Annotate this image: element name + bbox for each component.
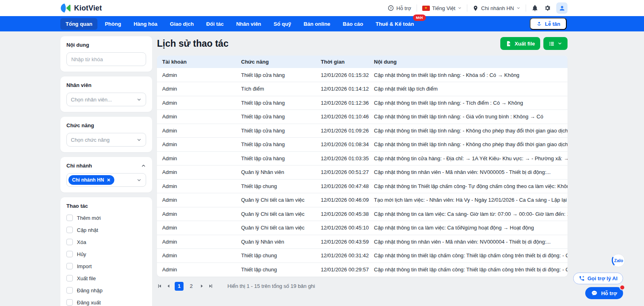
pagination-summary: Hiển thị 1 - 15 trên tổng số 19 bản ghi	[227, 283, 315, 289]
nav-tab-1[interactable]: Phòng	[99, 18, 126, 30]
help-label: Hỗ trợ	[396, 5, 411, 11]
reception-button[interactable]: Lễ tân	[530, 18, 567, 30]
cell-time: 12/01/2026 00:29:57	[316, 263, 369, 277]
checkbox[interactable]	[66, 251, 73, 257]
help-menu[interactable]: ? Hỗ trợ	[388, 5, 411, 11]
notification-dot	[619, 285, 625, 290]
table-row[interactable]: AdminThiết lập cửa hàng12/01/2026 01:10:…	[157, 110, 568, 124]
table-row[interactable]: AdminThiết lập cửa hàng12/01/2026 01:12:…	[157, 96, 568, 110]
table-row[interactable]: AdminThiết lập chung12/01/2026 00:29:57C…	[157, 263, 568, 277]
cell-account: Admin	[157, 96, 236, 110]
language-selector[interactable]: ★ Tiếng Việt	[422, 5, 462, 11]
cell-content: Cập nhật thông tin Thiết lập chấm công- …	[369, 179, 568, 193]
table-row[interactable]: AdminThiết lập cửa hàng12/01/2026 01:08:…	[157, 138, 568, 152]
nav-tab-7[interactable]: Bán online	[298, 18, 335, 30]
nav-tab-5[interactable]: Nhân viên	[231, 18, 266, 30]
cell-function: Thiết lập cửa hàng	[236, 151, 316, 165]
flag-vietnam-icon: ★	[422, 6, 430, 11]
checkbox[interactable]	[66, 215, 73, 221]
table-row[interactable]: AdminTích điểm12/01/2026 01:14:12Cập nhậ…	[157, 82, 568, 96]
checkbox[interactable]	[66, 239, 73, 245]
prev-page-button[interactable]	[166, 283, 171, 289]
view-options-button[interactable]	[543, 37, 568, 50]
action-option-1[interactable]: Cập nhật	[66, 227, 146, 233]
cell-account: Admin	[157, 151, 236, 165]
table-row[interactable]: AdminQuản lý Nhân viên12/01/2026 00:51:2…	[157, 165, 568, 180]
user-avatar[interactable]	[556, 2, 568, 14]
support-button[interactable]: Hỗ trợ	[585, 287, 623, 299]
content-keyword-input[interactable]	[66, 52, 146, 66]
cell-time: 12/01/2026 01:03:35	[316, 151, 369, 165]
first-page-button[interactable]	[157, 283, 162, 289]
action-option-6[interactable]: Đăng nhập	[66, 287, 146, 294]
table-row[interactable]: AdminQuản lý Chi tiết ca làm việc12/01/2…	[157, 221, 568, 235]
divider	[467, 4, 467, 12]
cell-content: Cập nhật thông tin thiết lập tính năng: …	[369, 110, 568, 124]
page-title: Lịch sử thao tác	[157, 38, 229, 49]
action-option-5[interactable]: Xuất file	[66, 275, 146, 281]
table-row[interactable]: AdminThiết lập cửa hàng12/01/2026 01:03:…	[157, 151, 568, 165]
zalo-label: Zalo	[614, 258, 623, 263]
cell-account: Admin	[157, 82, 236, 96]
checkbox-label: Import	[77, 263, 92, 269]
action-option-4[interactable]: Import	[66, 263, 146, 269]
cell-account: Admin	[157, 193, 236, 207]
nav-tab-2[interactable]: Hàng hóa	[128, 18, 163, 30]
employee-select-value: Chọn nhân viên...	[71, 97, 112, 103]
table-row[interactable]: AdminQuản lý Chi tiết ca làm việc12/01/2…	[157, 193, 568, 207]
cell-account: Admin	[157, 165, 236, 180]
cell-function: Thiết lập cửa hàng	[236, 138, 316, 152]
last-page-button[interactable]	[208, 283, 213, 289]
page-button-1[interactable]: 1	[175, 282, 184, 291]
kiotviet-logo[interactable]: KiotViet	[60, 3, 102, 13]
table-row[interactable]: AdminThiết lập cửa hàng12/01/2026 01:09:…	[157, 124, 568, 138]
chevron-down-icon	[136, 97, 142, 102]
export-file-button[interactable]: Xuất file	[500, 37, 540, 50]
settings-button[interactable]	[544, 4, 551, 12]
table-row[interactable]: AdminThiết lập cửa hàng12/01/2026 01:15:…	[157, 68, 568, 82]
chevron-up-icon[interactable]	[141, 163, 146, 168]
main-navigation: Tổng quanPhòngHàng hóaGiao dịchĐối tácNh…	[0, 16, 644, 31]
branch-selector[interactable]: Chi nhánh HN	[473, 5, 520, 11]
function-select[interactable]: Chọn chức năng	[66, 133, 146, 147]
action-option-0[interactable]: Thêm mới	[66, 215, 146, 221]
list-view-icon	[549, 41, 555, 47]
chip-remove-icon[interactable]: ✕	[107, 178, 110, 182]
notifications-button[interactable]	[531, 4, 539, 12]
branch-select[interactable]: Chi nhánh HN ✕	[66, 173, 146, 187]
action-option-2[interactable]: Xóa	[66, 239, 146, 245]
checkbox[interactable]	[66, 287, 73, 294]
checkbox[interactable]	[66, 263, 73, 269]
nav-tab-6[interactable]: Sổ quỹ	[268, 18, 296, 30]
next-page-button[interactable]	[199, 283, 204, 289]
nav-tab-8[interactable]: Báo cáo	[338, 18, 369, 30]
zalo-widget[interactable]: Zalo	[611, 253, 626, 270]
action-option-7[interactable]: Đăng xuất	[66, 299, 146, 306]
nav-tab-3[interactable]: Giao dịch	[165, 18, 199, 30]
nav-tab-9[interactable]: Thuế & Kế toánMới	[370, 18, 419, 30]
table-row[interactable]: AdminQuản lý Nhân viên12/01/2026 00:43:5…	[157, 235, 568, 249]
ai-assistant-button[interactable]: Gọi trợ lý AI	[573, 273, 623, 284]
table-row[interactable]: AdminQuản lý Chi tiết ca làm việc12/01/2…	[157, 207, 568, 221]
chevron-down-icon	[136, 178, 142, 183]
page-button-2[interactable]: 2	[187, 282, 196, 291]
checkbox[interactable]	[66, 299, 73, 306]
table-row[interactable]: AdminThiết lập chung12/01/2026 00:47:48C…	[157, 179, 568, 193]
checkbox-label: Thêm mới	[77, 215, 101, 221]
checkbox[interactable]	[66, 227, 73, 233]
cell-function: Thiết lập chung	[236, 249, 316, 263]
nav-tab-0[interactable]: Tổng quan	[60, 18, 97, 30]
action-option-3[interactable]: Hủy	[66, 251, 146, 257]
cell-content: Cập nhật thông tin thiết lập tính năng: …	[369, 96, 568, 110]
page-body: Nội dung Nhân viên Chọn nhân viên... Chứ…	[0, 31, 644, 306]
checkbox[interactable]	[66, 275, 73, 281]
table-row[interactable]: AdminThiết lập chung12/01/2026 00:31:42C…	[157, 249, 568, 263]
column-header-content: Nội dung	[369, 56, 568, 68]
nav-tab-4[interactable]: Đối tác	[201, 18, 229, 30]
cell-account: Admin	[157, 221, 236, 235]
chevron-down-icon	[136, 137, 142, 143]
cell-account: Admin	[157, 110, 236, 124]
cell-function: Thiết lập cửa hàng	[236, 96, 316, 110]
nav-tab-label: Giao dịch	[170, 21, 194, 27]
employee-select[interactable]: Chọn nhân viên...	[66, 93, 146, 106]
